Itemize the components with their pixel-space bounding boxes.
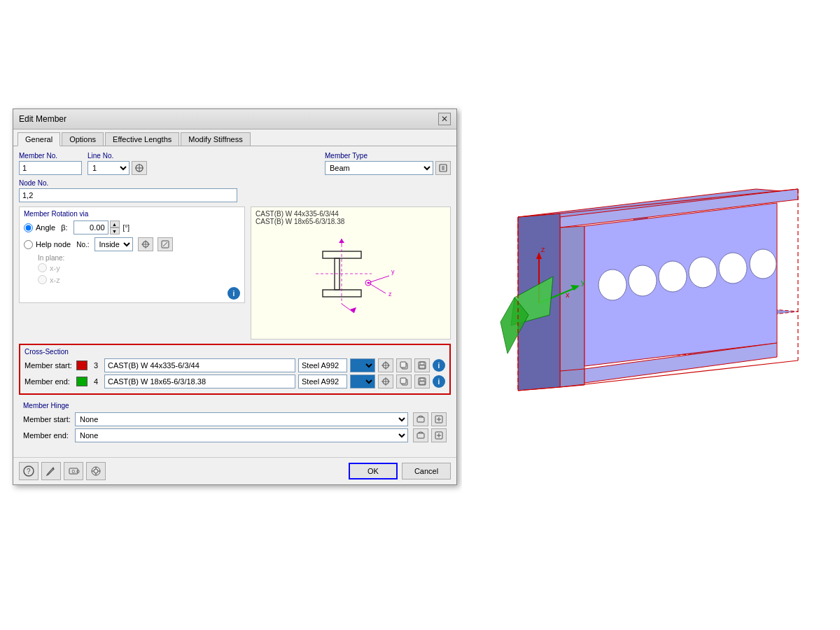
cs-end-color-box (76, 377, 88, 386)
cs-end-num: 4 (90, 377, 102, 386)
node-no-input[interactable] (19, 188, 237, 202)
angle-spin-down[interactable]: ▼ (110, 227, 120, 234)
help-node-radio-row: Help node No.: Inside (24, 237, 240, 251)
rotation-info-icon[interactable]: i (227, 287, 240, 300)
help-node-pick-btn[interactable] (138, 237, 153, 251)
tab-effective-lengths[interactable]: Effective Lengths (105, 132, 179, 146)
angle-radio-row: Angle β: ▲ ▼ [°] (24, 220, 240, 234)
dialog-titlebar: Edit Member ✕ (13, 109, 456, 130)
help-node-edit-btn[interactable] (158, 237, 173, 251)
svg-rect-47 (417, 433, 424, 438)
angle-spin-btns: ▲ ▼ (110, 220, 120, 234)
hinge-end-select[interactable]: None (75, 428, 408, 442)
svg-rect-31 (400, 362, 406, 368)
3d-viewport: z y x (462, 108, 826, 528)
zero-btn[interactable]: 0.00 (64, 462, 83, 480)
cs-end-color-select[interactable] (350, 374, 375, 388)
edit-btn[interactable] (41, 462, 61, 480)
hinge-end-open-icon (416, 431, 425, 440)
hinge-end-btn2[interactable] (431, 428, 447, 442)
hinge-box: Member Hinge Member start: None (19, 399, 451, 447)
cs-start-save-btn[interactable] (414, 358, 430, 372)
angle-radio[interactable] (24, 223, 33, 232)
tab-general[interactable]: General (18, 132, 60, 146)
cs-end-label: Member end: (24, 377, 74, 386)
help-node-label: Help node (36, 240, 71, 248)
svg-text:y: y (391, 268, 395, 275)
node-no-label: Node No. (19, 179, 451, 187)
cs-start-pick-btn[interactable] (378, 358, 393, 372)
help-btn[interactable]: ? (19, 462, 38, 480)
target-btn[interactable] (86, 462, 106, 480)
no-dropdown[interactable]: Inside (94, 237, 133, 251)
svg-point-71 (598, 270, 626, 300)
xz-radio[interactable] (38, 275, 47, 284)
xy-radio[interactable] (38, 263, 47, 272)
hinge-save2-icon (435, 415, 443, 424)
xz-label: x-z (50, 276, 60, 284)
line-no-group: Line No. 1 (88, 152, 147, 175)
tab-modify-stiffness[interactable]: Modify Stiffness (181, 132, 250, 146)
cs-end-pick-btn[interactable] (378, 374, 393, 388)
pick-icon (141, 240, 150, 248)
cs-start-copy-btn[interactable] (396, 358, 412, 372)
footer-right: OK Cancel (349, 463, 451, 479)
cross-section-box: Cross-Section Member start: 3 (19, 344, 451, 395)
cross-section-preview: CAST(B) W 44x335-6/3/44 CAST(B) W 18x65-… (251, 206, 451, 340)
cs-start-material[interactable] (298, 358, 347, 372)
cs-end-copy-btn[interactable] (396, 374, 412, 388)
member-type-select[interactable]: Beam (325, 161, 433, 175)
member-type-btn[interactable] (435, 161, 451, 175)
preview-label-2: CAST(B) W 18x65-6/3/18.38 (255, 218, 446, 225)
svg-text:y: y (581, 278, 585, 286)
help-node-radio[interactable] (24, 240, 33, 249)
hinge-start-btn2[interactable] (431, 412, 447, 426)
pencil-icon (45, 465, 57, 477)
svg-point-74 (689, 257, 717, 288)
angle-spin-up[interactable]: ▲ (110, 220, 120, 227)
cancel-button[interactable]: Cancel (402, 463, 451, 479)
target-icon (90, 465, 102, 477)
svg-line-11 (163, 242, 167, 246)
hinge-start-select[interactable]: None (75, 412, 408, 426)
angle-value-input[interactable] (74, 220, 108, 234)
cs-start-name[interactable] (104, 358, 295, 372)
member-no-input[interactable] (19, 161, 82, 175)
edit-icon (161, 240, 169, 248)
cs-start-info-btn[interactable]: i (433, 359, 445, 372)
line-no-select[interactable]: 1 (88, 161, 130, 175)
hinge-start-btn1[interactable] (413, 412, 428, 426)
cs-end-save-btn[interactable] (414, 374, 430, 388)
svg-rect-33 (420, 362, 424, 365)
svg-point-76 (750, 249, 776, 279)
hinge-end-btn1[interactable] (413, 428, 428, 442)
svg-text:x: x (566, 290, 570, 299)
ok-button[interactable]: OK (349, 463, 398, 479)
in-plane-label: In plane: (38, 254, 240, 262)
cs-end-name[interactable] (104, 374, 295, 388)
cs-end-info-btn[interactable]: i (433, 375, 445, 388)
dialog-title: Edit Member (19, 114, 66, 124)
footer-left: ? 0.00 (19, 462, 106, 480)
tab-options[interactable]: Options (62, 132, 104, 146)
hinge-end-save2-icon (435, 431, 443, 440)
tabs-bar: General Options Effective Lengths Modify… (13, 130, 456, 146)
svg-rect-16 (323, 251, 361, 258)
svg-text:z: z (388, 290, 392, 298)
beta-label: β: (61, 223, 67, 232)
main-content-row: Member Rotation via Angle β: ▲ ▼ [°] (19, 206, 451, 340)
member-no-label: Member No. (19, 152, 82, 160)
cs-end-material[interactable] (298, 374, 347, 388)
svg-rect-43 (417, 417, 424, 422)
left-panel: Member Rotation via Angle β: ▲ ▼ [°] (19, 206, 245, 340)
svg-point-75 (719, 253, 747, 284)
close-button[interactable]: ✕ (438, 113, 451, 125)
in-plane-group: In plane: x-y x-z (38, 254, 240, 284)
line-no-btn[interactable] (132, 161, 147, 175)
hinge-end-row: Member end: None (23, 428, 447, 442)
node-no-group: Node No. (19, 179, 451, 202)
svg-rect-34 (419, 365, 425, 368)
cs-start-color-select[interactable] (350, 358, 375, 372)
preview-labels: CAST(B) W 44x335-6/3/44 CAST(B) W 18x65-… (251, 207, 450, 227)
preview-canvas: y z (251, 227, 450, 339)
